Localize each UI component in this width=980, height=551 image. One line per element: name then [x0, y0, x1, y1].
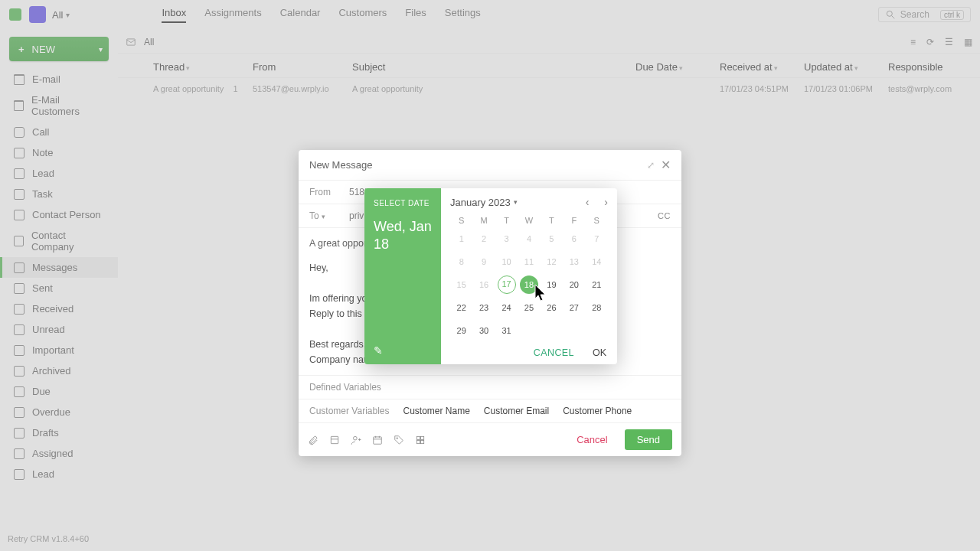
- chevron-down-icon[interactable]: ▾: [322, 213, 325, 220]
- day-2: 2: [475, 230, 493, 248]
- day-17[interactable]: 17: [498, 276, 516, 294]
- pencil-icon[interactable]: ✎: [374, 344, 383, 357]
- day-10: 10: [498, 253, 516, 271]
- defined-vars-label: Defined Variables: [309, 382, 381, 393]
- dow-label: S: [586, 216, 608, 225]
- datepicker-ok-button[interactable]: OK: [593, 347, 606, 358]
- compose-cancel-button[interactable]: Cancel: [577, 434, 607, 445]
- day-empty: [542, 321, 560, 340]
- day-empty: [587, 321, 606, 340]
- expand-icon[interactable]: ⤢: [647, 160, 655, 171]
- compose-header: New Message ⤢ ✕: [299, 150, 681, 180]
- from-label: From: [309, 187, 340, 197]
- dow-label: F: [563, 216, 585, 225]
- dow-label: T: [541, 216, 563, 225]
- day-24[interactable]: 24: [498, 298, 516, 317]
- var-customer-phone[interactable]: Customer Phone: [563, 406, 632, 416]
- datepicker: SELECT DATE Wed, Jan 18 ✎ January 2023▾ …: [364, 188, 617, 364]
- day-14: 14: [587, 253, 606, 271]
- datepicker-actions: CANCEL OK: [534, 347, 606, 358]
- svg-rect-3: [331, 436, 338, 443]
- svg-rect-16: [421, 440, 424, 443]
- template-icon[interactable]: [329, 435, 340, 445]
- tag-icon[interactable]: [394, 435, 404, 445]
- dow-label: S: [450, 216, 472, 225]
- dow-label: W: [518, 216, 540, 225]
- day-3: 3: [498, 230, 516, 248]
- compose-footer: Cancel Send: [299, 422, 681, 456]
- day-empty: [565, 321, 583, 340]
- prev-month-icon[interactable]: ‹: [586, 196, 590, 208]
- day-4: 4: [520, 230, 538, 248]
- day-21[interactable]: 21: [587, 276, 606, 294]
- customer-variables-row: Customer Variables Customer Name Custome…: [299, 399, 681, 422]
- var-customer-name[interactable]: Customer Name: [403, 406, 469, 416]
- next-month-icon[interactable]: ›: [604, 196, 608, 208]
- close-icon[interactable]: ✕: [661, 158, 671, 172]
- to-value[interactable]: priv: [349, 210, 364, 221]
- day-22[interactable]: 22: [452, 298, 471, 317]
- day-23[interactable]: 23: [475, 298, 493, 317]
- select-date-label: SELECT DATE: [374, 199, 432, 207]
- attachment-icon[interactable]: [308, 435, 318, 445]
- cc-toggle[interactable]: CC: [658, 211, 671, 220]
- day-8: 8: [452, 253, 471, 271]
- day-27[interactable]: 27: [565, 298, 583, 317]
- day-30[interactable]: 30: [475, 321, 493, 340]
- compose-send-button[interactable]: Send: [625, 429, 672, 450]
- dow-label: M: [472, 216, 495, 225]
- day-1: 1: [452, 230, 471, 248]
- day-15: 15: [452, 276, 471, 294]
- svg-rect-15: [416, 440, 420, 443]
- day-empty: [520, 321, 538, 340]
- svg-point-12: [397, 437, 398, 439]
- to-label: To ▾: [309, 210, 340, 221]
- calendar-icon[interactable]: [372, 435, 383, 445]
- compose-title: New Message: [309, 159, 372, 171]
- dow-label: T: [495, 216, 518, 225]
- day-5: 5: [542, 230, 560, 248]
- day-16: 16: [475, 276, 493, 294]
- var-customer-email[interactable]: Customer Email: [484, 406, 549, 416]
- day-31[interactable]: 31: [498, 321, 516, 340]
- day-20[interactable]: 20: [565, 276, 583, 294]
- month-year-selector[interactable]: January 2023▾: [450, 197, 518, 208]
- day-13: 13: [565, 253, 583, 271]
- defined-variables-row: Defined Variables: [299, 375, 681, 399]
- selected-date-readout: Wed, Jan 18: [374, 218, 432, 253]
- assign-icon[interactable]: [351, 435, 361, 445]
- day-6: 6: [565, 230, 583, 248]
- svg-rect-14: [421, 436, 424, 439]
- day-26[interactable]: 26: [542, 298, 560, 317]
- day-9: 9: [475, 253, 493, 271]
- datepicker-cancel-button[interactable]: CANCEL: [534, 347, 574, 358]
- day-28[interactable]: 28: [587, 298, 606, 317]
- customer-vars-label: Customer Variables: [309, 406, 389, 416]
- datepicker-summary: SELECT DATE Wed, Jan 18 ✎: [364, 188, 441, 364]
- day-11: 11: [520, 253, 538, 271]
- grid-icon[interactable]: [415, 435, 426, 445]
- svg-point-5: [354, 436, 358, 440]
- day-19[interactable]: 19: [542, 276, 560, 294]
- datepicker-header: January 2023▾ ‹ ›: [450, 196, 608, 208]
- day-25[interactable]: 25: [520, 298, 538, 317]
- day-12: 12: [542, 253, 560, 271]
- svg-rect-8: [374, 436, 382, 443]
- svg-rect-13: [416, 436, 420, 439]
- day-29[interactable]: 29: [452, 321, 471, 340]
- day-7: 7: [587, 230, 606, 248]
- day-18[interactable]: 18: [520, 276, 538, 294]
- datepicker-calendar: January 2023▾ ‹ › SMTWTFS123456789101112…: [441, 188, 617, 364]
